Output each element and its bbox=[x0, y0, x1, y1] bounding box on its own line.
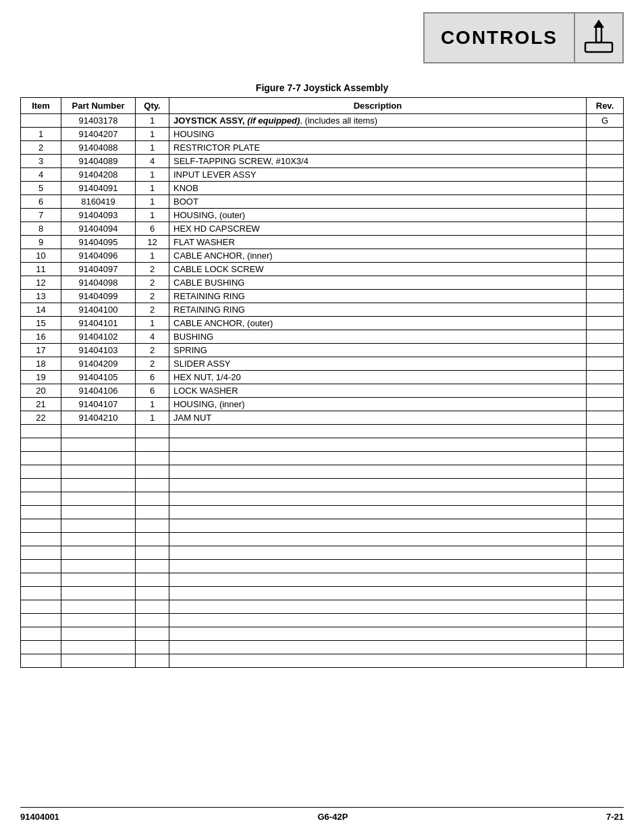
figure-title: Figure 7-7 Joystick Assembly bbox=[20, 82, 624, 93]
cell-part: 91404101 bbox=[61, 317, 136, 330]
cell-item: 16 bbox=[21, 330, 61, 344]
cell-desc: FLAT WASHER bbox=[169, 236, 587, 249]
controls-banner: CONTROLS bbox=[423, 12, 624, 63]
cell-item: 8 bbox=[21, 222, 61, 236]
cell-desc: LOCK WASHER bbox=[169, 384, 587, 398]
table-row: 14914041002RETAINING RING bbox=[21, 303, 624, 317]
cell-rev bbox=[587, 317, 624, 330]
table-row: 19914041056HEX NUT, 1/4-20 bbox=[21, 371, 624, 384]
cell-item: 2 bbox=[21, 141, 61, 155]
parts-table: Item Part Number Qty. Description Rev. 9… bbox=[20, 97, 624, 668]
cell-rev bbox=[587, 263, 624, 276]
cell-qty: 2 bbox=[136, 276, 169, 290]
cell-desc: HOUSING, (outer) bbox=[169, 209, 587, 222]
table-row: 4914042081INPUT LEVER ASSY bbox=[21, 168, 624, 182]
cell-rev bbox=[587, 357, 624, 371]
cell-part: 91404105 bbox=[61, 371, 136, 384]
table-row-empty bbox=[21, 641, 624, 654]
cell-part: 91404100 bbox=[61, 303, 136, 317]
cell-part: 91404088 bbox=[61, 141, 136, 155]
cell-qty: 1 bbox=[136, 168, 169, 182]
cell-item: 19 bbox=[21, 371, 61, 384]
cell-rev bbox=[587, 384, 624, 398]
table-row: 3914040894SELF-TAPPING SCREW, #10X3/4 bbox=[21, 155, 624, 168]
cell-rev bbox=[587, 141, 624, 155]
table-row-empty bbox=[21, 452, 624, 465]
cell-desc: CABLE ANCHOR, (inner) bbox=[169, 249, 587, 263]
cell-item: 17 bbox=[21, 344, 61, 357]
joystick-icon bbox=[583, 18, 615, 58]
cell-rev bbox=[587, 303, 624, 317]
cell-item: 14 bbox=[21, 303, 61, 317]
cell-item: 7 bbox=[21, 209, 61, 222]
cell-desc: SLIDER ASSY bbox=[169, 357, 587, 371]
table-row: 13914040992RETAINING RING bbox=[21, 290, 624, 303]
cell-desc: CABLE ANCHOR, (outer) bbox=[169, 317, 587, 330]
cell-desc: RETAINING RING bbox=[169, 303, 587, 317]
cell-qty: 4 bbox=[136, 155, 169, 168]
table-row: 16914041024BUSHING bbox=[21, 330, 624, 344]
cell-item: 9 bbox=[21, 236, 61, 249]
cell-qty: 1 bbox=[136, 128, 169, 141]
cell-rev bbox=[587, 195, 624, 209]
cell-desc: SPRING bbox=[169, 344, 587, 357]
cell-qty: 2 bbox=[136, 263, 169, 276]
table-row: 2914040881RESTRICTOR PLATE bbox=[21, 141, 624, 155]
cell-item: 13 bbox=[21, 290, 61, 303]
cell-desc: HEX NUT, 1/4-20 bbox=[169, 371, 587, 384]
cell-rev bbox=[587, 344, 624, 357]
cell-qty: 4 bbox=[136, 330, 169, 344]
cell-qty: 1 bbox=[136, 411, 169, 425]
table-row: 12914040982CABLE BUSHING bbox=[21, 276, 624, 290]
table-row: 8914040946HEX HD CAPSCREW bbox=[21, 222, 624, 236]
table-row-empty bbox=[21, 479, 624, 492]
table-row: 914031781JOYSTICK ASSY, (if equipped), (… bbox=[21, 114, 624, 128]
table-row: 15914041011CABLE ANCHOR, (outer) bbox=[21, 317, 624, 330]
table-row-empty bbox=[21, 546, 624, 560]
cell-qty: 2 bbox=[136, 344, 169, 357]
col-header-rev: Rev. bbox=[587, 98, 624, 114]
cell-part: 91404102 bbox=[61, 330, 136, 344]
cell-rev bbox=[587, 276, 624, 290]
cell-qty: 1 bbox=[136, 182, 169, 195]
cell-desc: KNOB bbox=[169, 182, 587, 195]
cell-desc: HEX HD CAPSCREW bbox=[169, 222, 587, 236]
cell-qty: 6 bbox=[136, 222, 169, 236]
cell-qty: 1 bbox=[136, 209, 169, 222]
cell-part: 91404207 bbox=[61, 128, 136, 141]
cell-part: 91404209 bbox=[61, 357, 136, 371]
cell-rev bbox=[587, 290, 624, 303]
cell-part: 91403178 bbox=[61, 114, 136, 128]
cell-qty: 1 bbox=[136, 398, 169, 411]
table-row-empty bbox=[21, 587, 624, 600]
cell-qty: 2 bbox=[136, 303, 169, 317]
table-row: 7914040931HOUSING, (outer) bbox=[21, 209, 624, 222]
cell-rev bbox=[587, 236, 624, 249]
cell-rev bbox=[587, 182, 624, 195]
cell-part: 91404106 bbox=[61, 384, 136, 398]
cell-desc: BUSHING bbox=[169, 330, 587, 344]
cell-qty: 2 bbox=[136, 357, 169, 371]
table-row-empty bbox=[21, 492, 624, 506]
table-row-empty bbox=[21, 519, 624, 533]
cell-rev bbox=[587, 249, 624, 263]
table-row: 99140409512FLAT WASHER bbox=[21, 236, 624, 249]
cell-qty: 1 bbox=[136, 114, 169, 128]
cell-item: 21 bbox=[21, 398, 61, 411]
cell-desc: JOYSTICK ASSY, (if equipped), (includes … bbox=[169, 114, 587, 128]
col-header-desc: Description bbox=[169, 98, 587, 114]
cell-item: 20 bbox=[21, 384, 61, 398]
cell-desc: CABLE BUSHING bbox=[169, 276, 587, 290]
cell-part: 91404098 bbox=[61, 276, 136, 290]
cell-qty: 2 bbox=[136, 290, 169, 303]
cell-qty: 1 bbox=[136, 249, 169, 263]
table-row: 11914040972CABLE LOCK SCREW bbox=[21, 263, 624, 276]
cell-part: 91404103 bbox=[61, 344, 136, 357]
cell-part: 91404093 bbox=[61, 209, 136, 222]
cell-item: 10 bbox=[21, 249, 61, 263]
cell-part: 91404094 bbox=[61, 222, 136, 236]
table-row-empty bbox=[21, 465, 624, 479]
cell-part: 91404091 bbox=[61, 182, 136, 195]
cell-item: 22 bbox=[21, 411, 61, 425]
cell-item: 15 bbox=[21, 317, 61, 330]
